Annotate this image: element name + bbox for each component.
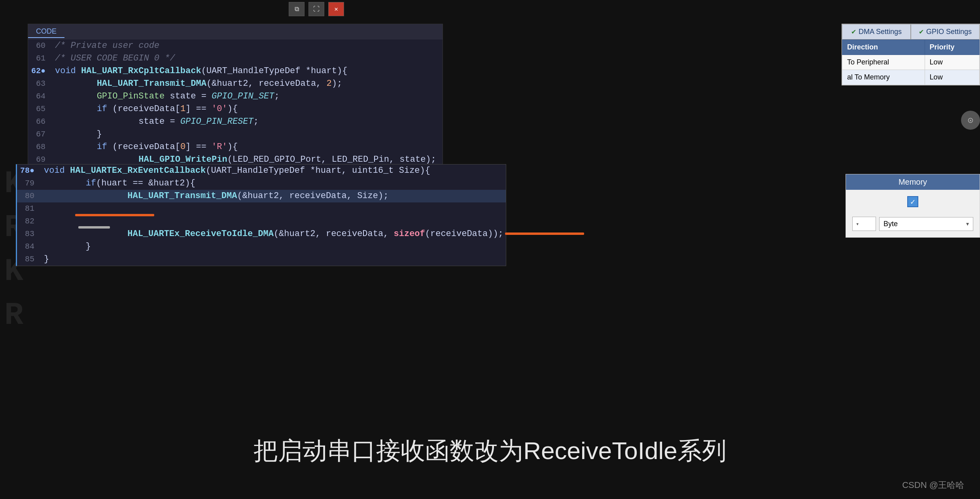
code-line-64: 64 GPIO_PinState state = GPIO_PIN_SET;	[28, 90, 443, 103]
settings-tabs: ✔ DMA Settings ✔ GPIO Settings	[842, 24, 980, 40]
line-num-62: 62●	[28, 65, 52, 77]
line-num-65: 65	[28, 103, 52, 115]
memory-dropdown-row: ▾ Byte ▾	[846, 214, 980, 237]
line-num-82: 82	[17, 215, 41, 228]
settings-panel: ✔ DMA Settings ✔ GPIO Settings Direction…	[842, 24, 980, 85]
line-num-61: 61	[28, 52, 52, 65]
table-row-1: To Peripheral Low	[842, 55, 980, 70]
line-num-64: 64	[28, 90, 52, 103]
line-content-60: /* Private user code	[52, 40, 443, 52]
bottom-text: 把启动串口接收函数改为ReceiveToIdle系列	[0, 434, 980, 467]
line-content-85: }	[41, 253, 506, 266]
memory-checkbox-row: ✓	[846, 190, 980, 214]
close-button[interactable]: ✕	[328, 2, 344, 16]
memory-checkbox[interactable]: ✓	[907, 196, 918, 207]
code-line-66: 66 state = GPIO_PIN_RESET;	[28, 115, 443, 128]
code-tab-header: CODE	[28, 24, 443, 40]
priority-1: Low	[925, 55, 979, 70]
code-line-68: 68 if (receiveData[0] == 'R'){	[28, 141, 443, 153]
peripheral-dropdown[interactable]: ▾	[852, 217, 876, 231]
line-content-67: }	[52, 128, 443, 141]
priority-2: Low	[925, 70, 979, 85]
avatar: ⊙	[961, 111, 980, 130]
line-num-68: 68	[28, 141, 52, 153]
peripheral-dropdown-arrow: ▾	[856, 221, 859, 227]
line-num-81: 81	[17, 202, 41, 215]
line-num-78: 78●	[17, 164, 41, 177]
line-content-62: void HAL_UART_RxCpltCallback(UART_Handle…	[52, 65, 443, 77]
tab-dma-settings[interactable]: ✔ DMA Settings	[842, 24, 911, 40]
line-content-68: if (receiveData[0] == 'R'){	[52, 141, 443, 153]
code-line-61: 61 /* USER CODE BEGIN 0 */	[28, 52, 443, 65]
tab-gpio-label: GPIO Settings	[926, 28, 972, 36]
tab-dma-label: DMA Settings	[859, 28, 902, 36]
settings-table: Direction Priority To Peripheral Low al …	[842, 40, 980, 85]
line-num-84: 84	[17, 240, 41, 253]
line-content-78: void HAL_UARTEx_RxEventCallback(UART_Han…	[41, 164, 506, 177]
code-line-78: 78● void HAL_UARTEx_RxEventCallback(UART…	[17, 164, 506, 177]
code-tab[interactable]: CODE	[28, 26, 64, 38]
code-line-65: 65 if (receiveData[1] == '0'){	[28, 103, 443, 115]
line-num-66: 66	[28, 115, 52, 128]
col-direction: Direction	[842, 40, 925, 55]
check-icon-dma: ✔	[851, 28, 856, 36]
line-num-85: 85	[17, 253, 41, 266]
window-controls: ⧉ ⛶ ✕	[289, 2, 344, 16]
line-content-63: HAL_UART_Transmit_DMA(&huart2, receiveDa…	[52, 77, 443, 90]
byte-label: Byte	[884, 220, 898, 228]
line-content-64: GPIO_PinState state = GPIO_PIN_SET;	[52, 90, 443, 103]
tab-gpio-settings[interactable]: ✔ GPIO Settings	[911, 24, 980, 40]
line-num-80: 80	[17, 190, 41, 202]
code-line-63: 63 HAL_UART_Transmit_DMA(&huart2, receiv…	[28, 77, 443, 90]
code-line-67: 67 }	[28, 128, 443, 141]
line-num-63: 63	[28, 77, 52, 90]
byte-dropdown[interactable]: Byte ▾	[879, 217, 973, 231]
line-num-60: 60	[28, 40, 52, 52]
line-content-65: if (receiveData[1] == '0'){	[52, 103, 443, 115]
code-line-79: 79 if(huart == &huart2){	[17, 177, 506, 190]
col-priority: Priority	[925, 40, 979, 55]
csdn-watermark: CSDN @王哈哈	[902, 479, 964, 491]
line-num-79: 79	[17, 177, 41, 190]
line-num-67: 67	[28, 128, 52, 141]
check-icon-gpio: ✔	[919, 28, 924, 36]
direction-1: To Peripheral	[842, 55, 925, 70]
code-line-82: 82	[17, 215, 506, 228]
memory-panel: Memory ✓ ▾ Byte ▾	[846, 174, 980, 238]
line-num-83: 83	[17, 228, 41, 240]
memory-header: Memory	[846, 174, 980, 190]
byte-dropdown-arrow: ▾	[966, 221, 969, 227]
code-line-60: 60 /* Private user code	[28, 40, 443, 52]
code-line-62: 62● void HAL_UART_RxCpltCallback(UART_Ha…	[28, 65, 443, 77]
line-content-79: if(huart == &huart2){	[41, 177, 506, 190]
table-row-2: al To Memory Low	[842, 70, 980, 85]
code-panel-bottom: 78● void HAL_UARTEx_RxEventCallback(UART…	[16, 164, 506, 266]
code-line-85: 85 }	[17, 253, 506, 266]
line-content-61: /* USER CODE BEGIN 0 */	[52, 52, 443, 65]
line-content-82	[41, 196, 506, 247]
fullscreen-button[interactable]: ⛶	[308, 2, 324, 16]
line-content-66: state = GPIO_PIN_RESET;	[52, 115, 443, 128]
restore-button[interactable]: ⧉	[289, 2, 305, 16]
direction-2: al To Memory	[842, 70, 925, 85]
